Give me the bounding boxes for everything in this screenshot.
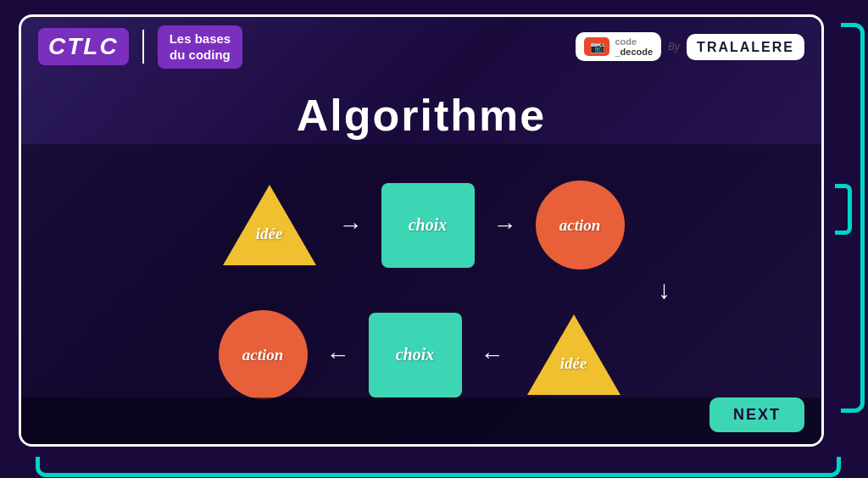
triangle-label-1: idée <box>256 225 283 243</box>
camera-icon: 📷 <box>584 37 609 56</box>
partner-logos: 📷 code _decode By TRALALERE <box>576 32 804 61</box>
les-bases-badge: Les bases du coding <box>158 25 243 69</box>
arrow-right-1: → <box>339 212 363 239</box>
teal-handle <box>835 184 852 235</box>
arrow-right-2: → <box>493 212 517 239</box>
teal-bottom-border <box>36 457 841 477</box>
tralalere-logo: TRALALERE <box>687 34 804 60</box>
page-title-section: Algorithme <box>21 76 821 149</box>
mid-spacer: ↓ <box>55 270 787 310</box>
code-decode-logo: 📷 code _decode <box>576 32 661 61</box>
flow-row-2: action ← choix ← idée <box>55 310 787 399</box>
triangle-idee-2: idée <box>523 310 625 399</box>
arrow-left-1: ← <box>326 342 350 369</box>
square-choix-1: choix <box>381 183 475 268</box>
header: CTLC Les bases du coding 📷 code _decode … <box>21 17 821 76</box>
arrow-left-2: ← <box>481 342 504 369</box>
bottom-stripe <box>21 397 821 444</box>
by-text: By <box>668 41 680 53</box>
square-choix-2: choix <box>369 313 462 397</box>
code-decode-text: code _decode <box>615 36 653 57</box>
circle-action-2: action <box>219 310 308 399</box>
main-card: CTLC Les bases du coding 📷 code _decode … <box>19 14 824 447</box>
flow-section: idée → choix → action <box>21 172 821 408</box>
circle-label-2: action <box>242 346 284 364</box>
header-divider <box>142 30 144 64</box>
triangle-label-2: idée <box>560 354 587 373</box>
ctlc-logo-text: CTLC <box>48 33 119 60</box>
next-button[interactable]: NEXT <box>709 397 804 432</box>
outer-frame: CTLC Les bases du coding 📷 code _decode … <box>19 14 849 464</box>
circle-action-1: action <box>536 181 625 270</box>
page-title: Algorithme <box>21 90 821 141</box>
square-label-2: choix <box>396 345 435 364</box>
flow-row-1: idée → choix → action <box>55 181 787 270</box>
circle-label-1: action <box>559 216 601 235</box>
ctlc-logo: CTLC <box>38 28 129 65</box>
triangle-idee-1: idée <box>219 181 320 270</box>
square-label-1: choix <box>409 215 448 235</box>
down-arrow: ↓ <box>658 275 670 304</box>
